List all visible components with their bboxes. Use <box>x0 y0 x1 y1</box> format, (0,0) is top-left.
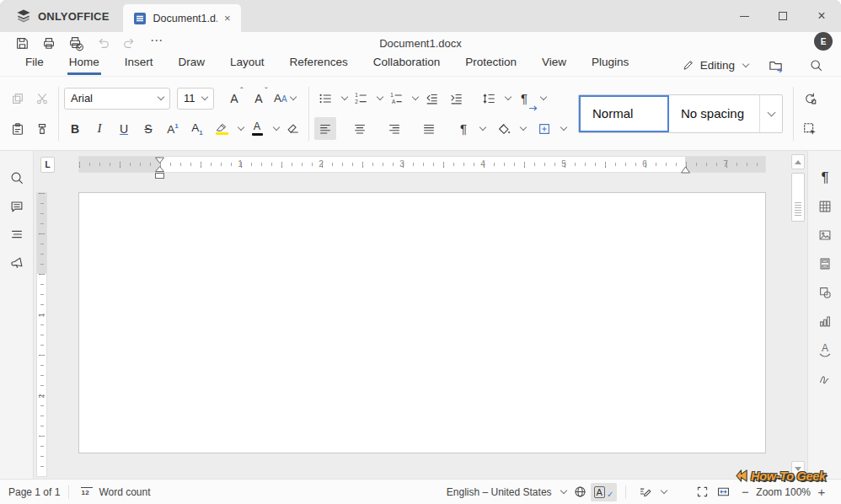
horizontal-ruler[interactable]: 1 2 3 4 5 6 7 <box>78 156 766 173</box>
borders-button[interactable] <box>533 117 555 140</box>
track-changes-button[interactable] <box>635 483 670 501</box>
table-settings-button[interactable] <box>813 195 837 218</box>
image-settings-button[interactable] <box>813 223 837 247</box>
replace-button[interactable] <box>799 87 821 110</box>
avatar[interactable]: E <box>814 32 833 51</box>
underline-button[interactable]: U <box>113 117 135 140</box>
document-page[interactable] <box>78 192 766 453</box>
bold-button[interactable]: B <box>64 117 86 140</box>
tab-references[interactable]: References <box>288 54 350 72</box>
chevron-down-icon[interactable] <box>560 124 567 131</box>
comments-panel-button[interactable] <box>5 195 29 218</box>
font-color-button[interactable]: A <box>246 117 268 140</box>
highlight-color-button[interactable] <box>211 117 233 140</box>
document-tab[interactable]: Document1.d... × <box>123 4 241 32</box>
italic-button[interactable]: I <box>88 117 110 140</box>
nonprinting-characters-button[interactable]: ¶ <box>453 117 474 140</box>
chevron-down-icon[interactable] <box>540 94 547 100</box>
document-language-button[interactable] <box>570 483 591 501</box>
text-art-settings-button[interactable]: A <box>813 338 837 362</box>
indent-marker[interactable] <box>154 157 165 180</box>
chevron-down-icon[interactable] <box>377 94 383 100</box>
change-case-button[interactable]: AA <box>272 87 297 110</box>
tab-close-icon[interactable]: × <box>224 12 231 24</box>
subscript-button[interactable]: A1 <box>186 117 208 140</box>
tab-protection[interactable]: Protection <box>463 54 518 72</box>
signature-settings-button[interactable] <box>813 367 837 390</box>
chevron-down-icon[interactable] <box>238 124 244 131</box>
line-spacing-button[interactable] <box>478 87 500 110</box>
increase-font-size-button[interactable]: Aˆ <box>223 87 245 110</box>
editing-mode-button[interactable]: Editing <box>682 58 748 72</box>
tab-view[interactable]: View <box>540 54 568 72</box>
tab-plugins[interactable]: Plugins <box>590 54 630 72</box>
justify-button[interactable] <box>418 117 440 140</box>
copy-button[interactable] <box>7 87 29 110</box>
vertical-ruler[interactable]: 1 2 <box>36 192 47 477</box>
tab-collaboration[interactable]: Collaboration <box>372 54 442 72</box>
language-select[interactable]: English – United States <box>443 483 570 501</box>
feedback-button[interactable] <box>5 251 29 275</box>
zoom-out-button[interactable]: − <box>734 483 756 501</box>
scroll-down-button[interactable] <box>791 461 805 476</box>
spell-check-button[interactable]: A ✓ <box>591 483 618 501</box>
page-count-label[interactable]: Page 1 of 1 <box>8 486 60 498</box>
cut-button[interactable] <box>31 87 53 110</box>
undo-button[interactable] <box>89 33 116 53</box>
print-button[interactable] <box>35 33 62 53</box>
minimize-button[interactable] <box>725 0 763 32</box>
scrollbar-thumb[interactable] <box>791 173 805 222</box>
clear-style-button[interactable] <box>281 117 303 140</box>
fit-width-button[interactable] <box>713 483 734 501</box>
right-indent-marker[interactable] <box>680 166 691 174</box>
chevron-down-icon[interactable] <box>520 124 527 131</box>
navigation-panel-button[interactable] <box>5 223 29 246</box>
chevron-down-icon[interactable] <box>479 124 486 131</box>
copy-style-button[interactable] <box>31 117 53 140</box>
numbered-list-button[interactable]: 1 2 <box>350 87 372 110</box>
redo-button[interactable] <box>116 33 143 53</box>
chevron-down-icon[interactable] <box>505 94 512 100</box>
close-button[interactable]: × <box>802 0 841 32</box>
font-size-select[interactable]: 11 <box>177 88 214 110</box>
style-no-spacing[interactable]: No spacing <box>669 95 759 132</box>
scroll-up-button[interactable] <box>791 154 805 169</box>
zoom-in-button[interactable]: + <box>811 483 833 501</box>
chevron-down-icon[interactable] <box>412 94 419 100</box>
quick-print-button[interactable] <box>62 33 89 53</box>
shading-button[interactable] <box>493 117 515 140</box>
tab-layout[interactable]: Layout <box>228 54 266 72</box>
align-right-button[interactable] <box>383 117 405 140</box>
styles-expand-button[interactable] <box>759 95 782 132</box>
find-panel-button[interactable] <box>5 166 29 190</box>
align-left-button[interactable] <box>314 117 336 140</box>
paste-button[interactable] <box>7 117 29 140</box>
align-center-button[interactable] <box>349 117 371 140</box>
shape-settings-button[interactable] <box>813 281 837 304</box>
zoom-level-label[interactable]: Zoom 100% <box>756 486 811 498</box>
strikeout-button[interactable]: S <box>137 117 159 140</box>
tab-stop-selector[interactable]: L <box>40 157 55 173</box>
tab-file[interactable]: File <box>24 54 46 72</box>
chart-settings-button[interactable] <box>813 309 837 333</box>
fit-page-button[interactable] <box>692 483 713 501</box>
font-name-select[interactable]: Arial <box>64 88 170 110</box>
word-count-button[interactable]: 12 Word count <box>78 483 153 501</box>
superscript-button[interactable]: A1 <box>162 117 184 140</box>
style-normal[interactable]: Normal <box>579 95 669 132</box>
vertical-scrollbar[interactable] <box>791 154 806 476</box>
bullets-button[interactable] <box>314 87 336 110</box>
tab-insert[interactable]: Insert <box>123 54 155 72</box>
chevron-down-icon[interactable] <box>341 94 348 100</box>
decrease-indent-button[interactable] <box>420 87 442 110</box>
paragraph-settings-button[interactable]: ¶ <box>813 166 837 190</box>
decrease-font-size-button[interactable]: Aˇ <box>248 87 270 110</box>
maximize-button[interactable] <box>763 0 802 32</box>
paragraph-direction-button[interactable]: ¶ <box>513 87 535 110</box>
increase-indent-button[interactable] <box>445 87 467 110</box>
save-button[interactable] <box>8 33 35 53</box>
customize-quick-access-button[interactable]: ⋯ <box>143 33 170 53</box>
search-button[interactable] <box>802 55 829 75</box>
multilevel-list-button[interactable]: 1 A <box>385 87 407 110</box>
select-all-button[interactable] <box>799 117 821 140</box>
